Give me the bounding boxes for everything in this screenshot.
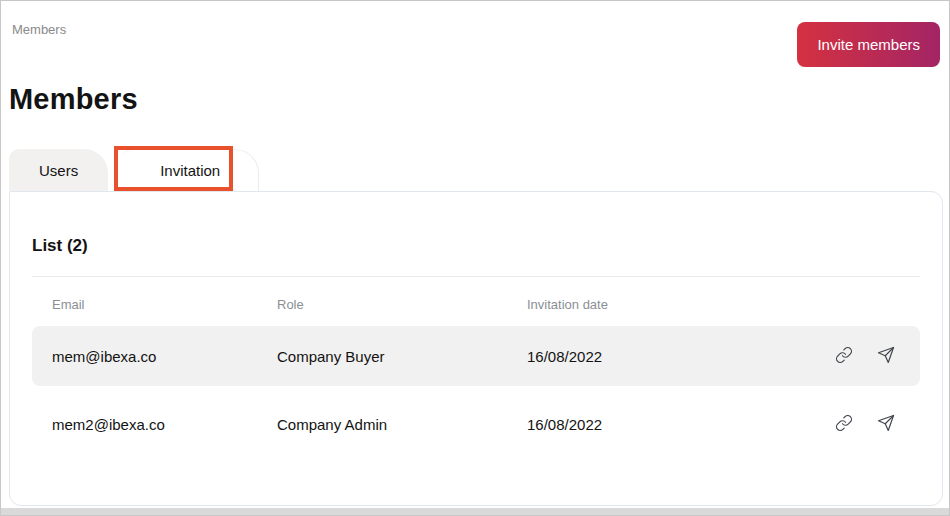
resend-invitation-button[interactable]: [876, 346, 896, 366]
link-icon: [835, 414, 853, 435]
tab-users[interactable]: Users: [9, 149, 108, 191]
send-icon: [877, 346, 895, 367]
cell-invitation-date: 16/08/2022: [527, 348, 810, 365]
copy-link-button[interactable]: [834, 414, 854, 434]
link-icon: [835, 346, 853, 367]
table-header: Email Role Invitation date: [32, 277, 920, 326]
breadcrumb[interactable]: Members: [12, 22, 66, 37]
invite-members-button[interactable]: Invite members: [797, 22, 940, 67]
table-row: mem@ibexa.co Company Buyer 16/08/2022: [32, 326, 920, 386]
cell-email: mem2@ibexa.co: [32, 416, 277, 433]
cell-role: Company Admin: [277, 416, 527, 433]
send-icon: [877, 414, 895, 435]
column-header-role: Role: [277, 297, 527, 312]
invitation-panel: List (2) Email Role Invitation date mem@…: [9, 191, 943, 506]
members-page: Members Invite members Members Users Inv…: [0, 0, 950, 516]
list-title: List (2): [32, 236, 920, 256]
resend-invitation-button[interactable]: [876, 414, 896, 434]
cell-invitation-date: 16/08/2022: [527, 416, 810, 433]
page-bottom-strip: [1, 508, 949, 515]
page-title: Members: [9, 83, 138, 116]
tab-invitation[interactable]: Invitation: [122, 149, 259, 191]
row-actions: [810, 346, 920, 366]
column-header-email: Email: [32, 297, 277, 312]
cell-email: mem@ibexa.co: [32, 348, 277, 365]
copy-link-button[interactable]: [834, 346, 854, 366]
table-row: mem2@ibexa.co Company Admin 16/08/2022: [32, 394, 920, 454]
tab-bar: Users Invitation: [9, 149, 259, 191]
row-actions: [810, 414, 920, 434]
cell-role: Company Buyer: [277, 348, 527, 365]
column-header-invitation-date: Invitation date: [527, 297, 810, 312]
